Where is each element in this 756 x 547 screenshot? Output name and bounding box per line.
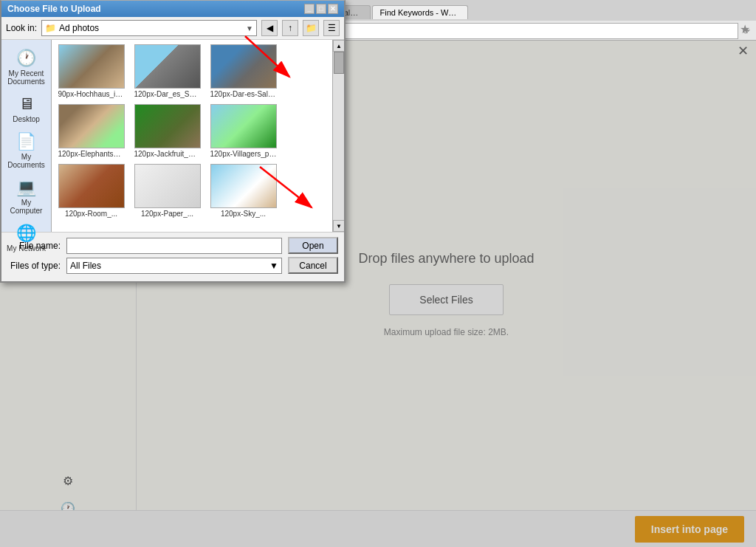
file-item-3[interactable]: 120px-Dar-es-Salaam... — [208, 44, 278, 98]
favorites-icon: ★ — [740, 22, 750, 36]
scrollbar-thumb[interactable] — [334, 52, 344, 74]
file-thumb-2 — [134, 44, 201, 89]
nav-computer-label: My Computer — [7, 199, 47, 215]
file-thumb-8 — [134, 164, 201, 208]
nav-recent[interactable]: 🕐 My Recent Documents — [4, 46, 49, 89]
dialog-close[interactable]: ✕ — [328, 4, 338, 14]
file-item-4[interactable]: 120px-Elephants_at_... — [56, 104, 126, 158]
file-name-7: 120px-Room_... — [65, 210, 117, 218]
file-thumb-6 — [210, 104, 277, 148]
file-thumb-3 — [210, 44, 277, 89]
cancel-button[interactable]: Cancel — [288, 257, 338, 274]
file-thumb-5 — [134, 104, 201, 148]
scrollbar-down[interactable]: ▼ — [333, 220, 344, 232]
modal-close-button[interactable]: ✕ — [738, 43, 749, 59]
dialog-body: 🕐 My Recent Documents 🖥 Desktop 📄 My Doc… — [1, 40, 344, 232]
filetype-label: Files of type: — [7, 261, 61, 271]
file-name-1: 90px-Hochhaus_in_D... — [58, 90, 125, 98]
folder-icon: 📁 — [45, 23, 56, 33]
dialog-file-area: 90px-Hochhaus_in_D... 120px-Dar_es_Salaa… — [52, 40, 344, 232]
file-item-1[interactable]: 90px-Hochhaus_in_D... — [56, 44, 126, 98]
filetype-arrow: ▼ — [269, 261, 278, 271]
file-name-4: 120px-Elephants_at_... — [58, 150, 125, 158]
up-btn[interactable]: ↑ — [282, 20, 298, 36]
file-name-3: 120px-Dar-es-Salaam... — [210, 90, 277, 98]
file-dialog: Choose File to Upload _ □ ✕ Look in: 📁 A… — [0, 0, 346, 283]
file-thumb-7 — [58, 164, 125, 208]
file-item-2[interactable]: 120px-Dar_es_Salaam... — [132, 44, 202, 98]
file-name-5: 120px-Jackfruit_Chee... — [134, 150, 201, 158]
file-item-7[interactable]: 120px-Room_... — [56, 164, 126, 218]
dialog-title: Choose File to Upload — [7, 4, 101, 14]
dialog-maximize[interactable]: □ — [316, 4, 326, 14]
file-name-9: 120px-Sky_... — [221, 210, 266, 218]
nav-computer[interactable]: 💻 My Computer — [4, 175, 49, 218]
file-item-6[interactable]: 120px-Villagers_play_f... — [208, 104, 278, 158]
computer-icon: 💻 — [16, 178, 36, 197]
file-grid: 90px-Hochhaus_in_D... 120px-Dar_es_Salaa… — [56, 44, 340, 218]
documents-icon: 📄 — [16, 132, 36, 151]
file-item-9[interactable]: 120px-Sky_... — [208, 164, 278, 218]
nav-documents[interactable]: 📄 My Documents — [4, 129, 49, 172]
filetype-row: Files of type: All Files ▼ Cancel — [7, 257, 338, 274]
dialog-minimize[interactable]: _ — [304, 4, 315, 14]
view-btn[interactable]: ☰ — [323, 20, 340, 36]
nav-desktop[interactable]: 🖥 Desktop — [4, 92, 49, 126]
filetype-value: All Files — [70, 261, 101, 271]
desktop-icon: 🖥 — [18, 94, 35, 114]
filename-input[interactable] — [66, 238, 282, 254]
dialog-controls: _ □ ✕ — [304, 4, 338, 14]
recent-icon: 🕐 — [16, 49, 36, 68]
file-thumb-1 — [58, 44, 125, 89]
file-item-8[interactable]: 120px-Paper_... — [132, 164, 202, 218]
file-name-8: 120px-Paper_... — [141, 210, 193, 218]
open-button[interactable]: Open — [288, 237, 338, 254]
dialog-toolbar: Look in: 📁 Ad photos ▼ ◀ ↑ 📁 ☰ — [1, 17, 344, 40]
dialog-left-nav: 🕐 My Recent Documents 🖥 Desktop 📄 My Doc… — [1, 40, 52, 232]
tab-5[interactable]: Find Keywords - Word... — [372, 5, 468, 19]
filename-row: File name: Open — [7, 237, 338, 254]
look-in-combo[interactable]: 📁 Ad photos ▼ — [41, 20, 257, 36]
dialog-titlebar: Choose File to Upload _ □ ✕ — [1, 1, 344, 17]
file-name-6: 120px-Villagers_play_f... — [210, 150, 277, 158]
filename-label: File name: — [7, 241, 61, 251]
file-thumb-9 — [210, 164, 277, 208]
filetype-select[interactable]: All Files ▼ — [66, 258, 282, 274]
nav-desktop-label: Desktop — [13, 115, 40, 123]
file-thumb-4 — [58, 104, 125, 148]
file-item-5[interactable]: 120px-Jackfruit_Chee... — [132, 104, 202, 158]
look-in-value: Ad photos — [59, 23, 99, 33]
file-name-2: 120px-Dar_es_Salaam... — [134, 90, 201, 98]
back-btn[interactable]: ◀ — [261, 20, 278, 36]
new-folder-btn[interactable]: 📁 — [303, 20, 319, 36]
dialog-scrollbar[interactable]: ▲ ▼ — [332, 40, 344, 232]
look-in-label: Look in: — [6, 23, 37, 33]
nav-documents-label: My Documents — [7, 153, 47, 169]
nav-recent-label: My Recent Documents — [7, 69, 47, 86]
combo-arrow: ▼ — [246, 24, 253, 32]
scrollbar-up[interactable]: ▲ — [333, 40, 344, 52]
dialog-footer: File name: Open Files of type: All Files… — [1, 232, 344, 281]
